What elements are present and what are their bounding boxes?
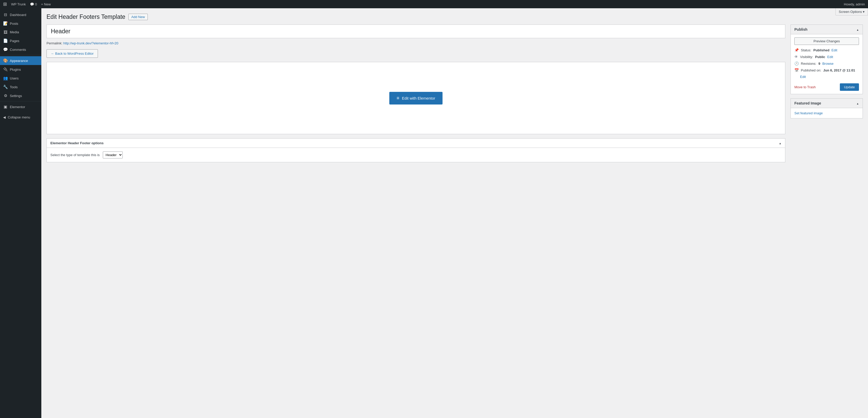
elementor-btn-icon: ≡ [397,96,399,101]
sidebar-item-posts[interactable]: 📝 Posts [0,19,41,28]
sidebar-label-plugins: Plugins [10,68,21,71]
move-to-trash-link[interactable]: Move to Trash [795,85,815,89]
screen-options-button[interactable]: Screen Options ▾ [835,8,868,15]
preview-changes-button[interactable]: Preview Changes [795,37,859,45]
elementor-btn-label: Edit with Elementor [402,96,435,100]
post-title-input[interactable] [51,28,781,35]
site-name[interactable]: WP Trunk [11,2,26,6]
permalink-row: Permalink: http://wp-trunk.dev/?elemento… [46,41,785,45]
sidebar-item-users[interactable]: 👥 Users [0,74,41,82]
visibility-value: Public [815,55,825,59]
sidebar-item-plugins[interactable]: 🔌 Plugins [0,65,41,74]
sidebar-panels: Publish Preview Changes 📌 Status: Publis… [790,25,863,123]
sidebar-label-dashboard: Dashboard [10,13,26,17]
title-box [46,25,785,38]
collapse-icon: ◀ [3,115,6,119]
publish-panel-body: Preview Changes 📌 Status: Published Edit… [791,34,863,94]
appearance-icon: 🎨 [3,58,8,63]
sidebar-item-settings[interactable]: ⚙ Settings [0,91,41,100]
revisions-browse-link[interactable]: Browse [822,62,833,66]
publish-panel-header[interactable]: Publish [791,25,863,34]
admin-bar: ⊞ WP Trunk 💬 0 + New Howdy, admin [0,0,868,8]
update-button[interactable]: Update [840,83,859,91]
sidebar-label-appearance: Appearance [10,59,28,63]
permalink-label: Permalink: [46,41,62,45]
wp-logo-icon[interactable]: ⊞ [3,1,7,7]
elementor-options-header[interactable]: Elementor Header Footer options [47,139,785,148]
media-icon: 🖼 [3,30,8,34]
plugins-icon: 🔌 [3,67,8,72]
published-on-value: Jun 6, 2017 @ 11:01 [823,68,855,72]
comment-icon: 💬 [30,2,34,6]
collapse-menu-button[interactable]: ◀ Collapse menu [0,113,41,121]
content-area: Permalink: http://wp-trunk.dev/?elemento… [46,25,863,167]
visibility-row: 👁 Visibility: Public Edit [795,55,859,59]
revisions-icon: 🕐 [795,61,799,66]
page-header: Edit Header Footers Template Add New [46,13,863,21]
sidebar-item-pages[interactable]: 📄 Pages [0,36,41,45]
add-new-adminbar[interactable]: + New [41,2,51,6]
featured-image-panel: Featured Image Set featured image [790,98,863,118]
comments-link[interactable]: 💬 0 [30,2,37,6]
elementor-options-title: Elementor Header Footer options [51,141,103,145]
status-icon: 📌 [795,48,799,52]
sidebar-label-tools: Tools [10,85,18,89]
edit-with-elementor-button[interactable]: ≡ Edit with Elementor [389,92,442,104]
sidebar-label-settings: Settings [10,94,22,98]
sidebar-item-comments[interactable]: 💬 Comments [0,45,41,54]
main-content-area: Screen Options ▾ Edit Header Footers Tem… [41,8,868,418]
publish-panel-actions: Move to Trash Update [795,81,859,91]
sidebar-item-appearance[interactable]: 🎨 Appearance [0,56,41,65]
featured-image-panel-body: Set featured image [791,108,863,118]
settings-icon: ⚙ [3,94,8,98]
published-on-row: 📅 Published on: Jun 6, 2017 @ 11:01 [795,68,859,72]
comments-sidebar-icon: 💬 [3,47,8,52]
howdy-text: Howdy, admin [844,2,865,6]
set-featured-image-link[interactable]: Set featured image [795,111,823,115]
sidebar-item-elementor[interactable]: ▣ Elementor [0,102,41,111]
permalink-link[interactable]: http://wp-trunk.dev/?elementor-hf=20 [63,41,118,45]
published-on-edit-link[interactable]: Edit [800,75,806,79]
elementor-options-collapse-icon [779,141,781,145]
sidebar-label-pages: Pages [10,39,20,43]
publish-panel-collapse-icon [857,27,859,32]
template-type-select[interactable]: Header Footer [103,151,123,159]
featured-image-collapse-icon [857,101,859,105]
sidebar-label-comments: Comments [10,48,26,51]
sidebar-item-tools[interactable]: 🔧 Tools [0,82,41,91]
admin-sidebar: ⊟ Dashboard 📝 Posts 🖼 Media 📄 Pages 💬 Co… [0,8,41,418]
revisions-count: 9 [818,62,820,66]
featured-image-panel-header[interactable]: Featured Image [791,99,863,108]
collapse-label: Collapse menu [8,115,30,119]
elementor-options-box: Elementor Header Footer options Select t… [46,138,785,162]
sidebar-item-dashboard[interactable]: ⊟ Dashboard [0,10,41,19]
calendar-icon: 📅 [795,68,799,72]
menu-divider-1 [0,55,41,55]
template-type-label: Select the type of template this is [51,153,100,157]
dashboard-icon: ⊟ [3,12,8,17]
featured-image-title: Featured Image [795,101,821,105]
page-title: Edit Header Footers Template [46,13,125,21]
sidebar-label-posts: Posts [10,22,18,26]
pages-icon: 📄 [3,38,8,43]
sidebar-label-users: Users [10,76,19,80]
revisions-row: 🕐 Revisions: 9 Browse [795,61,859,66]
posts-icon: 📝 [3,21,8,26]
editor-preview-area: ≡ Edit with Elementor [46,62,785,134]
status-row: 📌 Status: Published Edit [795,48,859,52]
status-label: Status: [801,48,811,52]
users-icon: 👥 [3,76,8,80]
visibility-edit-link[interactable]: Edit [827,55,833,59]
sidebar-label-elementor: Elementor [10,105,25,109]
tools-icon: 🔧 [3,84,8,89]
status-edit-link[interactable]: Edit [832,48,837,52]
sidebar-item-media[interactable]: 🖼 Media [0,28,41,36]
publish-panel: Publish Preview Changes 📌 Status: Publis… [790,25,863,94]
sidebar-label-media: Media [10,30,19,34]
add-new-button[interactable]: Add New [128,14,148,20]
publish-panel-title: Publish [795,27,808,32]
elementor-options-body: Select the type of template this is Head… [47,148,785,162]
elementor-icon: ▣ [3,104,8,109]
editor-column: Permalink: http://wp-trunk.dev/?elemento… [46,25,785,167]
back-to-wp-editor-button[interactable]: ← Back to WordPress Editor [46,49,98,58]
